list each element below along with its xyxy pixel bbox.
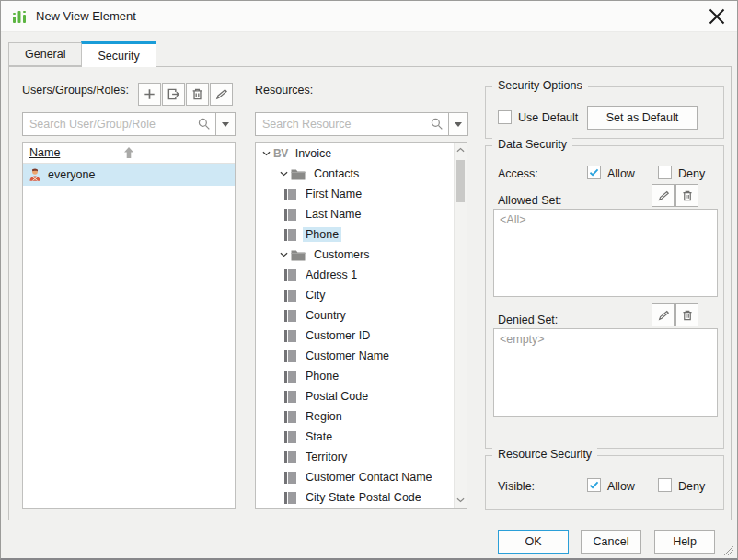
set-as-default-button[interactable]: Set as Default bbox=[587, 106, 698, 130]
tree-item[interactable]: City State Postal Code bbox=[256, 487, 454, 508]
field-icon bbox=[284, 451, 296, 463]
user-icon bbox=[28, 167, 42, 182]
tree-item[interactable]: Postal Code bbox=[256, 386, 454, 406]
users-table-header[interactable]: Name bbox=[23, 143, 235, 164]
security-options-group: Security Options Use Default Set as Defa… bbox=[485, 86, 724, 139]
tree-item-label: Phone bbox=[303, 369, 341, 383]
clear-denied-set-button[interactable] bbox=[675, 303, 698, 326]
field-icon bbox=[284, 310, 296, 322]
tree-scrollbar[interactable] bbox=[454, 143, 467, 508]
close-icon[interactable] bbox=[709, 8, 725, 25]
app-logo-icon bbox=[11, 8, 28, 25]
visible-allow-label: Allow bbox=[607, 480, 635, 493]
tree-item[interactable]: Customer Name bbox=[256, 346, 454, 366]
edit-user-button[interactable] bbox=[210, 83, 233, 106]
resources-label: Resources: bbox=[255, 84, 313, 97]
tree-item[interactable]: Territory bbox=[256, 447, 454, 467]
users-table: Name everyone bbox=[22, 142, 236, 509]
chevron-down-icon[interactable] bbox=[259, 143, 273, 164]
table-row-everyone[interactable]: everyone bbox=[23, 164, 235, 186]
edit-allowed-set-button[interactable] bbox=[652, 184, 675, 207]
field-icon bbox=[284, 492, 296, 504]
tab-general[interactable]: General bbox=[8, 42, 81, 66]
scrollbar-thumb[interactable] bbox=[456, 160, 465, 202]
field-icon bbox=[284, 371, 296, 383]
field-icon bbox=[284, 431, 296, 443]
field-icon bbox=[284, 350, 296, 362]
tree-item-label: Invoice bbox=[293, 146, 335, 161]
visible-deny-label: Deny bbox=[678, 480, 705, 493]
scroll-down-icon[interactable] bbox=[455, 494, 467, 507]
user-name: everyone bbox=[48, 168, 95, 181]
new-view-element-dialog: New View Element General Security Users/… bbox=[0, 0, 738, 560]
ok-button[interactable]: OK bbox=[498, 530, 569, 554]
tree-item-label: City State Postal Code bbox=[303, 490, 424, 505]
field-icon bbox=[284, 189, 296, 200]
tree-item-label: Customer ID bbox=[303, 328, 373, 343]
tree-item[interactable]: Phone bbox=[256, 224, 454, 245]
field-icon bbox=[284, 209, 296, 221]
tree-item-label: Country bbox=[303, 308, 349, 323]
use-default-checkbox[interactable] bbox=[498, 110, 512, 124]
plus-icon bbox=[143, 87, 156, 101]
tree-item[interactable]: Phone bbox=[256, 366, 454, 386]
access-deny-checkbox[interactable] bbox=[658, 166, 672, 179]
delete-user-button[interactable] bbox=[186, 83, 209, 106]
users-groups-roles-label: Users/Groups/Roles: bbox=[22, 84, 129, 97]
access-deny-label: Deny bbox=[678, 167, 705, 180]
import-user-button[interactable] bbox=[162, 83, 185, 106]
edit-denied-set-button[interactable] bbox=[652, 303, 675, 326]
chevron-down-icon[interactable] bbox=[277, 164, 291, 184]
tree-item-label: Customers bbox=[311, 247, 372, 262]
dialog-title: New View Element bbox=[36, 9, 136, 23]
sort-ascending-icon bbox=[123, 146, 134, 159]
tree-item[interactable]: BVInvoice bbox=[256, 143, 454, 164]
resize-grip[interactable] bbox=[723, 545, 734, 556]
visible-label: Visible: bbox=[498, 480, 535, 493]
users-search-dropdown-button[interactable] bbox=[216, 112, 236, 136]
tree-item[interactable]: Region bbox=[256, 406, 454, 427]
tree-item-label: Phone bbox=[303, 227, 341, 242]
visible-allow-checkbox[interactable] bbox=[587, 478, 601, 492]
help-button[interactable]: Help bbox=[654, 530, 715, 554]
tree-item[interactable]: City bbox=[256, 285, 454, 305]
pencil-icon bbox=[214, 87, 228, 101]
name-column-header[interactable]: Name bbox=[29, 146, 60, 159]
tree-item[interactable]: First Name bbox=[256, 184, 454, 204]
tree-item[interactable]: Address 1 bbox=[256, 265, 454, 285]
folder-icon bbox=[291, 249, 306, 261]
tree-item-label: State bbox=[303, 429, 335, 444]
users-search-input[interactable] bbox=[22, 112, 216, 136]
field-icon bbox=[284, 472, 296, 484]
tree-item[interactable]: Customer Contact Name bbox=[256, 467, 454, 487]
tree-item[interactable]: Customer ID bbox=[256, 326, 454, 346]
tree-item-label: Customer Contact Name bbox=[303, 470, 435, 485]
visible-deny-checkbox[interactable] bbox=[658, 478, 672, 492]
allowed-set-box[interactable]: <All> bbox=[493, 209, 718, 297]
scroll-up-icon[interactable] bbox=[455, 143, 467, 156]
tree-item-label: Region bbox=[303, 409, 345, 424]
tree-item[interactable]: Contacts bbox=[256, 164, 454, 184]
field-icon bbox=[284, 269, 296, 281]
tree-item[interactable]: State bbox=[256, 427, 454, 447]
trash-icon bbox=[681, 189, 694, 202]
tree-item[interactable]: Country bbox=[256, 305, 454, 326]
denied-set-box[interactable]: <empty> bbox=[493, 328, 718, 417]
resources-search-input[interactable] bbox=[255, 112, 449, 136]
tab-security[interactable]: Security bbox=[81, 41, 156, 67]
use-default-label: Use Default bbox=[518, 111, 578, 124]
add-user-button[interactable] bbox=[138, 83, 161, 106]
cancel-button[interactable]: Cancel bbox=[581, 530, 641, 554]
export-icon bbox=[167, 87, 180, 101]
chevron-down-icon[interactable] bbox=[277, 245, 291, 265]
search-icon bbox=[430, 117, 444, 131]
resources-search-dropdown-button[interactable] bbox=[449, 112, 468, 136]
denied-set-label: Denied Set: bbox=[498, 314, 558, 326]
clear-allowed-set-button[interactable] bbox=[675, 184, 698, 207]
tree-item[interactable]: Customers bbox=[256, 245, 454, 265]
access-allow-checkbox[interactable] bbox=[587, 166, 601, 179]
tree-item[interactable]: Last Name bbox=[256, 204, 454, 224]
tree-item-label: Contacts bbox=[311, 166, 362, 181]
tree-item-label: Customer Name bbox=[303, 349, 392, 363]
data-security-group: Data Security Access: Allow Deny Allowed… bbox=[485, 145, 724, 449]
